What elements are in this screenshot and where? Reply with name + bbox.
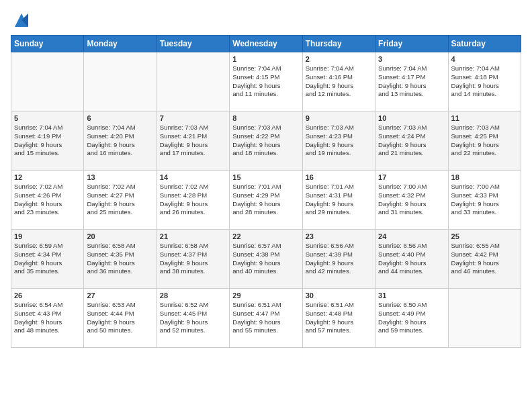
calendar-cell: 13Sunrise: 7:02 AM Sunset: 4:27 PM Dayli… [84, 171, 157, 230]
day-info: Sunrise: 6:52 AM Sunset: 4:45 PM Dayligh… [160, 301, 226, 335]
day-number: 26 [14, 291, 81, 300]
day-number: 5 [14, 114, 81, 122]
day-number: 29 [232, 291, 299, 300]
day-number: 6 [87, 114, 153, 122]
calendar-cell: 29Sunrise: 6:51 AM Sunset: 4:47 PM Dayli… [230, 289, 302, 348]
day-info: Sunrise: 7:04 AM Sunset: 4:15 PM Dayligh… [232, 64, 299, 99]
day-number: 21 [160, 232, 226, 240]
day-number: 23 [306, 232, 372, 240]
day-info: Sunrise: 7:04 AM Sunset: 4:19 PM Dayligh… [14, 124, 81, 158]
week-row-3: 12Sunrise: 7:02 AM Sunset: 4:26 PM Dayli… [11, 171, 521, 230]
calendar-cell: 24Sunrise: 6:56 AM Sunset: 4:40 PM Dayli… [375, 230, 448, 289]
day-number: 16 [306, 173, 372, 181]
day-number: 27 [87, 291, 153, 300]
day-number: 3 [378, 55, 445, 63]
calendar-cell: 4Sunrise: 7:04 AM Sunset: 4:18 PM Daylig… [448, 52, 521, 111]
calendar-cell: 22Sunrise: 6:57 AM Sunset: 4:38 PM Dayli… [230, 230, 302, 289]
day-info: Sunrise: 7:01 AM Sunset: 4:29 PM Dayligh… [232, 183, 299, 217]
calendar-cell: 18Sunrise: 7:00 AM Sunset: 4:33 PM Dayli… [448, 171, 521, 230]
day-info: Sunrise: 7:04 AM Sunset: 4:20 PM Dayligh… [87, 124, 153, 158]
day-info: Sunrise: 7:04 AM Sunset: 4:17 PM Dayligh… [378, 64, 445, 99]
calendar-cell: 26Sunrise: 6:54 AM Sunset: 4:43 PM Dayli… [11, 289, 84, 348]
calendar-cell: 15Sunrise: 7:01 AM Sunset: 4:29 PM Dayli… [230, 171, 302, 230]
day-number: 2 [306, 55, 372, 63]
day-number: 14 [160, 173, 226, 181]
day-number: 8 [232, 114, 299, 122]
page: SundayMondayTuesdayWednesdayThursdayFrid… [0, 0, 532, 359]
col-header-monday: Monday [84, 36, 157, 52]
day-info: Sunrise: 7:03 AM Sunset: 4:21 PM Dayligh… [160, 124, 226, 158]
calendar-cell: 16Sunrise: 7:01 AM Sunset: 4:31 PM Dayli… [302, 171, 375, 230]
day-info: Sunrise: 7:04 AM Sunset: 4:16 PM Dayligh… [306, 64, 372, 99]
day-number: 30 [306, 291, 372, 300]
week-row-2: 5Sunrise: 7:04 AM Sunset: 4:19 PM Daylig… [11, 111, 521, 171]
logo-icon [12, 11, 31, 30]
col-header-thursday: Thursday [302, 36, 375, 52]
day-info: Sunrise: 7:02 AM Sunset: 4:28 PM Dayligh… [160, 183, 226, 217]
day-info: Sunrise: 6:51 AM Sunset: 4:48 PM Dayligh… [306, 301, 372, 335]
week-row-5: 26Sunrise: 6:54 AM Sunset: 4:43 PM Dayli… [11, 289, 521, 348]
calendar-cell: 20Sunrise: 6:58 AM Sunset: 4:35 PM Dayli… [84, 230, 157, 289]
day-number: 19 [14, 232, 81, 240]
day-info: Sunrise: 7:00 AM Sunset: 4:33 PM Dayligh… [451, 183, 518, 217]
day-info: Sunrise: 7:03 AM Sunset: 4:22 PM Dayligh… [232, 124, 299, 158]
day-number: 28 [160, 291, 226, 300]
day-number: 17 [378, 173, 445, 181]
day-number: 9 [306, 114, 372, 122]
calendar-cell: 10Sunrise: 7:03 AM Sunset: 4:24 PM Dayli… [375, 111, 448, 171]
header [11, 11, 521, 27]
calendar-cell: 6Sunrise: 7:04 AM Sunset: 4:20 PM Daylig… [84, 111, 157, 171]
day-number: 24 [378, 232, 445, 240]
calendar-cell: 5Sunrise: 7:04 AM Sunset: 4:19 PM Daylig… [11, 111, 84, 171]
calendar-cell: 25Sunrise: 6:55 AM Sunset: 4:42 PM Dayli… [448, 230, 521, 289]
calendar-cell: 9Sunrise: 7:03 AM Sunset: 4:23 PM Daylig… [302, 111, 375, 171]
day-number: 15 [232, 173, 299, 181]
day-info: Sunrise: 7:02 AM Sunset: 4:26 PM Dayligh… [14, 183, 81, 217]
day-info: Sunrise: 6:56 AM Sunset: 4:39 PM Dayligh… [306, 242, 372, 276]
col-header-friday: Friday [375, 36, 448, 52]
calendar-cell [448, 289, 521, 348]
day-info: Sunrise: 7:02 AM Sunset: 4:27 PM Dayligh… [87, 183, 153, 217]
calendar-cell: 2Sunrise: 7:04 AM Sunset: 4:16 PM Daylig… [302, 52, 375, 111]
calendar-cell: 8Sunrise: 7:03 AM Sunset: 4:22 PM Daylig… [230, 111, 302, 171]
day-info: Sunrise: 7:00 AM Sunset: 4:32 PM Dayligh… [378, 183, 445, 217]
day-info: Sunrise: 7:03 AM Sunset: 4:23 PM Dayligh… [306, 124, 372, 158]
week-row-4: 19Sunrise: 6:59 AM Sunset: 4:34 PM Dayli… [11, 230, 521, 289]
calendar-cell: 19Sunrise: 6:59 AM Sunset: 4:34 PM Dayli… [11, 230, 84, 289]
calendar-header-row: SundayMondayTuesdayWednesdayThursdayFrid… [11, 36, 521, 52]
day-info: Sunrise: 7:03 AM Sunset: 4:25 PM Dayligh… [451, 124, 518, 158]
day-info: Sunrise: 6:58 AM Sunset: 4:35 PM Dayligh… [87, 242, 153, 276]
calendar-cell: 7Sunrise: 7:03 AM Sunset: 4:21 PM Daylig… [157, 111, 229, 171]
col-header-wednesday: Wednesday [230, 36, 302, 52]
calendar-cell: 17Sunrise: 7:00 AM Sunset: 4:32 PM Dayli… [375, 171, 448, 230]
day-number: 13 [87, 173, 153, 181]
col-header-tuesday: Tuesday [157, 36, 229, 52]
day-info: Sunrise: 6:57 AM Sunset: 4:38 PM Dayligh… [232, 242, 299, 276]
day-info: Sunrise: 6:53 AM Sunset: 4:44 PM Dayligh… [87, 301, 153, 335]
calendar-cell: 21Sunrise: 6:58 AM Sunset: 4:37 PM Dayli… [157, 230, 229, 289]
day-info: Sunrise: 7:01 AM Sunset: 4:31 PM Dayligh… [306, 183, 372, 217]
day-info: Sunrise: 7:03 AM Sunset: 4:24 PM Dayligh… [378, 124, 445, 158]
day-number: 31 [378, 291, 445, 300]
calendar-table: SundayMondayTuesdayWednesdayThursdayFrid… [11, 35, 521, 348]
day-info: Sunrise: 6:54 AM Sunset: 4:43 PM Dayligh… [14, 301, 81, 335]
calendar-cell: 31Sunrise: 6:50 AM Sunset: 4:49 PM Dayli… [375, 289, 448, 348]
day-info: Sunrise: 6:59 AM Sunset: 4:34 PM Dayligh… [14, 242, 81, 276]
calendar-cell: 11Sunrise: 7:03 AM Sunset: 4:25 PM Dayli… [448, 111, 521, 171]
day-info: Sunrise: 6:55 AM Sunset: 4:42 PM Dayligh… [451, 242, 518, 276]
calendar-cell: 23Sunrise: 6:56 AM Sunset: 4:39 PM Dayli… [302, 230, 375, 289]
day-number: 12 [14, 173, 81, 181]
day-info: Sunrise: 6:58 AM Sunset: 4:37 PM Dayligh… [160, 242, 226, 276]
week-row-1: 1Sunrise: 7:04 AM Sunset: 4:15 PM Daylig… [11, 52, 521, 111]
day-number: 4 [451, 55, 518, 63]
day-info: Sunrise: 6:51 AM Sunset: 4:47 PM Dayligh… [232, 301, 299, 335]
calendar-cell: 12Sunrise: 7:02 AM Sunset: 4:26 PM Dayli… [11, 171, 84, 230]
day-info: Sunrise: 7:04 AM Sunset: 4:18 PM Dayligh… [451, 64, 518, 99]
day-number: 1 [232, 55, 299, 63]
calendar-cell: 27Sunrise: 6:53 AM Sunset: 4:44 PM Dayli… [84, 289, 157, 348]
day-number: 25 [451, 232, 518, 240]
calendar-cell: 30Sunrise: 6:51 AM Sunset: 4:48 PM Dayli… [302, 289, 375, 348]
col-header-sunday: Sunday [11, 36, 84, 52]
calendar-cell: 1Sunrise: 7:04 AM Sunset: 4:15 PM Daylig… [230, 52, 302, 111]
calendar-cell [157, 52, 229, 111]
